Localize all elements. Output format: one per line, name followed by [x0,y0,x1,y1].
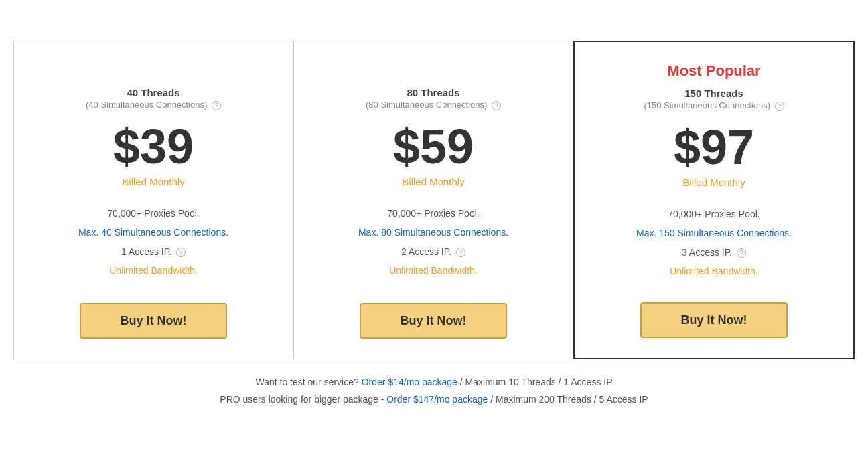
footer-line1-suffix: / Maximum 10 Threads / 1 Access IP [460,377,613,387]
features-list: 70,000+ Proxies Pool.Max. 80 Simultaneou… [358,206,508,284]
feature-item: 1 Access IP. ? [78,244,228,259]
buy-now-button[interactable]: Buy It Now! [640,302,788,338]
footer-line2-suffix: / Maximum 200 Threads / 5 Access IP [490,394,648,405]
pricing-card-plan-80: 80 Threads(80 Simultaneous Connections) … [293,41,573,359]
connections-info-icon[interactable]: ? [492,101,501,110]
buy-now-button[interactable]: Buy It Now! [360,303,507,339]
footer-line1: Want to test our service? Order $14/mo p… [220,374,648,391]
access-ip-info-icon[interactable]: ? [456,248,465,257]
threads-subtitle: (40 Simultaneous Connections) ? [86,100,221,110]
connections-info-icon[interactable]: ? [212,101,221,110]
features-list: 70,000+ Proxies Pool.Max. 40 Simultaneou… [78,206,228,284]
feature-item: 70,000+ Proxies Pool. [358,206,508,221]
feature-item: Max. 80 Simultaneous Connections. [358,225,508,240]
feature-item: Unlimited Bandwidth. [358,263,508,278]
access-ip-info-icon[interactable]: ? [176,248,186,257]
threads-subtitle: (150 Simultaneous Connections) ? [644,100,784,111]
price: $39 [113,122,194,171]
feature-item: 3 Access IP. ? [636,245,792,260]
feature-item: Unlimited Bandwidth. [636,264,792,278]
price: $59 [393,122,474,171]
pricing-section: 40 Threads(40 Simultaneous Connections) … [13,41,855,359]
connections-info-icon[interactable]: ? [775,102,784,111]
feature-item: Max. 150 Simultaneous Connections. [636,226,792,240]
threads-title: 80 Threads [407,87,459,98]
footer-line2: PRO users looking for bigger package - O… [220,391,648,408]
footer-line2-prefix: PRO users looking for bigger package - [220,394,386,405]
feature-item: 70,000+ Proxies Pool. [78,206,228,221]
most-popular-label: Most Popular [667,62,760,82]
footer-info: Want to test our service? Order $14/mo p… [220,374,648,408]
threads-title: 150 Threads [684,88,743,99]
pricing-card-plan-150: Most Popular150 Threads(150 Simultaneous… [573,41,855,359]
feature-item: 2 Access IP. ? [358,244,508,259]
features-list: 70,000+ Proxies Pool.Max. 150 Simultaneo… [636,207,792,283]
price: $97 [674,123,754,171]
threads-subtitle: (80 Simultaneous Connections) ? [366,100,501,110]
footer-line1-link[interactable]: Order $14/mo package [362,377,457,387]
pricing-card-plan-40: 40 Threads(40 Simultaneous Connections) … [13,41,293,359]
feature-item: Unlimited Bandwidth. [78,263,228,278]
threads-title: 40 Threads [127,87,179,98]
billed-label: Billed Monthly [682,177,745,188]
feature-item: Max. 40 Simultaneous Connections. [78,225,228,240]
footer-line2-link[interactable]: Order $147/mo package [386,394,488,405]
buy-now-button[interactable]: Buy It Now! [80,303,227,339]
billed-label: Billed Monthly [122,176,184,187]
billed-label: Billed Monthly [402,176,464,187]
access-ip-info-icon[interactable]: ? [737,248,746,258]
footer-line1-prefix: Want to test our service? [255,377,361,387]
feature-item: 70,000+ Proxies Pool. [636,207,792,221]
